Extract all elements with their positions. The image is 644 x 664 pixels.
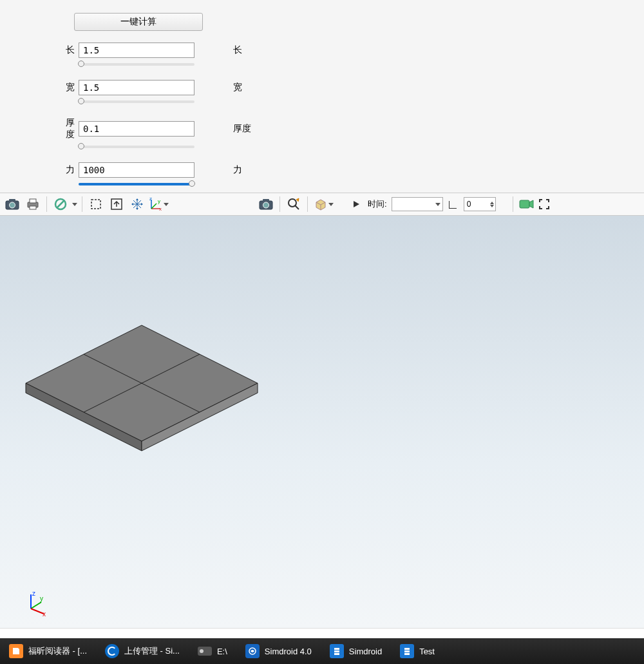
param-row-width: 宽 宽 [58, 80, 631, 95]
frame-spinner[interactable]: 0 [464, 197, 496, 211]
upload-icon [105, 644, 119, 658]
svg-line-12 [151, 204, 156, 209]
print-icon[interactable] [23, 194, 43, 214]
params-panel: 一键计算 长 长 宽 宽 厚度 厚度 力 力 [0, 0, 644, 193]
taskbar-label: 上传管理 - Si... [124, 645, 180, 657]
taskbar-label: E:\ [217, 647, 227, 656]
dropdown-arrow-icon[interactable] [163, 203, 169, 206]
simdroid2-icon [400, 644, 414, 658]
svg-text:z: z [32, 591, 35, 597]
svg-line-38 [31, 602, 41, 609]
param-label-left: 力 [58, 164, 79, 176]
taskbar-label: Test [419, 647, 435, 656]
expand-corners-icon[interactable] [538, 194, 551, 214]
svg-line-40 [31, 609, 44, 614]
time-select[interactable] [392, 197, 443, 211]
width-slider[interactable] [79, 100, 194, 103]
taskbar-item-foxit[interactable]: 福昕阅读器 - [... [0, 638, 96, 664]
param-row-length: 长 长 [58, 43, 631, 58]
svg-rect-48 [404, 653, 410, 655]
svg-rect-17 [263, 199, 269, 202]
taskbar-item-upload[interactable]: 上传管理 - Si... [96, 638, 189, 664]
param-label-right: 宽 [233, 82, 242, 93]
taskbar-item-test[interactable]: Test [391, 638, 444, 664]
time-label: 时间: [368, 198, 387, 210]
snapshot-icon[interactable] [3, 194, 22, 214]
param-label-left: 长 [58, 44, 79, 56]
simdroid2-icon [330, 644, 344, 658]
axes-orientation-icon[interactable]: zyx [148, 194, 170, 214]
drive-icon [198, 647, 212, 656]
svg-rect-47 [404, 650, 410, 652]
angle-icon [449, 200, 458, 209]
separator [82, 196, 82, 212]
param-label-left: 厚度 [58, 117, 79, 140]
param-label-left: 宽 [58, 82, 79, 93]
box-icon[interactable] [312, 194, 336, 214]
svg-text:y: y [40, 595, 43, 602]
separator [279, 196, 280, 212]
svg-rect-45 [334, 653, 339, 655]
taskbar-item-simdroid[interactable]: Simdroid [321, 638, 391, 664]
svg-text:x: x [159, 206, 162, 211]
separator [513, 196, 513, 212]
svg-line-20 [295, 205, 299, 209]
taskbar-label: Simdroid [349, 647, 382, 656]
svg-text:y: y [158, 198, 160, 204]
length-input[interactable] [79, 43, 194, 58]
separator [46, 196, 47, 212]
separator [307, 196, 308, 212]
param-row-force: 力 力 [58, 162, 631, 178]
svg-rect-5 [30, 206, 36, 209]
taskbar-label: 福昕阅读器 - [... [28, 645, 87, 657]
taskbar-item-drive[interactable]: E:\ [189, 638, 236, 664]
thickness-input[interactable] [79, 121, 194, 137]
status-strip [0, 628, 644, 634]
param-row-thickness: 厚度 厚度 [58, 117, 631, 140]
svg-line-7 [57, 201, 64, 207]
3d-viewport[interactable]: Z Y X z y x [0, 216, 644, 628]
svg-point-18 [263, 202, 269, 208]
svg-rect-4 [30, 199, 36, 203]
calculate-button[interactable]: 一键计算 [74, 13, 203, 31]
svg-rect-21 [520, 200, 529, 208]
param-label-right: 厚度 [233, 123, 251, 135]
fit-view-icon[interactable] [107, 194, 126, 214]
svg-point-2 [10, 202, 15, 208]
svg-text:x: x [43, 611, 46, 616]
taskbar: 福昕阅读器 - [... 上传管理 - Si... E:\ Simdroid 4… [0, 638, 644, 664]
prohibit-icon[interactable] [51, 194, 70, 214]
camera-icon[interactable] [517, 194, 536, 214]
viewport-toolbar: zyx 时间: 0 [0, 193, 644, 216]
svg-text:z: z [149, 197, 152, 202]
play-icon[interactable] [352, 200, 361, 209]
param-label-right: 力 [233, 164, 242, 176]
svg-rect-8 [91, 200, 100, 209]
select-box-icon[interactable] [86, 194, 106, 214]
force-slider[interactable] [79, 183, 194, 185]
snapshot2-icon[interactable] [256, 194, 276, 214]
simdroid-icon [245, 644, 260, 658]
param-label-right: 长 [233, 44, 242, 56]
plate-model [13, 319, 270, 473]
foxit-icon [9, 644, 23, 658]
svg-rect-46 [404, 648, 410, 650]
svg-rect-1 [9, 199, 15, 202]
taskbar-item-simdroid4[interactable]: Simdroid 4.0 [236, 638, 321, 664]
length-slider[interactable] [79, 63, 194, 66]
expand-arrows-icon[interactable] [128, 194, 147, 214]
svg-rect-43 [334, 648, 339, 650]
taskbar-label: Simdroid 4.0 [265, 647, 312, 656]
axis-triad-small: z y x [24, 591, 50, 616]
force-input[interactable] [79, 162, 194, 178]
dropdown-arrow-icon[interactable] [71, 203, 78, 206]
thickness-slider[interactable] [79, 146, 194, 148]
width-input[interactable] [79, 80, 194, 95]
dropdown-arrow-icon[interactable] [328, 203, 334, 206]
svg-rect-44 [334, 650, 339, 652]
quick-zoom-icon[interactable] [284, 194, 303, 214]
